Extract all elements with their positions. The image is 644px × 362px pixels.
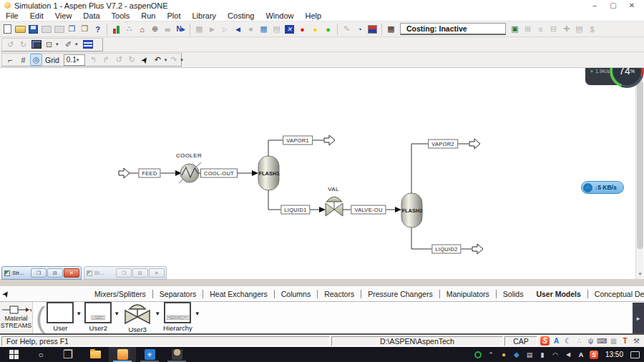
stream-label-vapor2[interactable]: VAPOR2 — [428, 140, 458, 149]
step-icon[interactable]: ▷ — [219, 23, 231, 35]
handwriting-icon[interactable]: ▦ — [609, 336, 618, 346]
mdi-close-icon[interactable]: ✕ — [64, 268, 79, 278]
menu-run[interactable]: Run — [135, 11, 161, 20]
microphone-icon[interactable]: ψ — [586, 336, 595, 346]
user-model-icon[interactable] — [47, 302, 74, 323]
night-mode-icon[interactable]: ☾ — [563, 336, 572, 346]
costing-status-field[interactable]: Costing: Inactive — [400, 23, 506, 35]
menu-help[interactable]: Help — [300, 11, 328, 20]
toolbox-icon[interactable]: ⚒ — [632, 336, 641, 346]
menu-view[interactable]: View — [49, 11, 78, 20]
keyboard-icon[interactable]: ⌨ — [597, 336, 607, 346]
tab-conceptual-design[interactable]: Conceptual Design — [588, 290, 644, 298]
vapor1-outlet-arrow[interactable] — [324, 135, 335, 145]
user3-valve-icon[interactable] — [122, 302, 152, 325]
grid-size-caret-icon[interactable]: ▾ — [77, 57, 82, 63]
stream-label-liquid1[interactable]: LIQUID1 — [280, 205, 310, 215]
block-label-flash2[interactable]: FLASH2 — [401, 207, 422, 214]
search-button[interactable]: ○ — [27, 347, 54, 362]
tab-solids[interactable]: Solids — [497, 290, 530, 298]
tab-user-models[interactable]: User Models — [530, 290, 587, 298]
stream-label-feed[interactable]: FEED — [138, 169, 160, 178]
next-input-icon[interactable]: N▸ — [175, 23, 187, 35]
download-rate-badge[interactable]: ∴ ↓5 KB/s — [581, 181, 624, 194]
aspen-logo-icon[interactable] — [366, 23, 379, 35]
library-select-pointer-icon[interactable]: ➤ — [2, 288, 9, 300]
taskbar-app-other[interactable] — [163, 347, 190, 362]
minimized-window-streams[interactable]: Str... ❐ ⊟ ✕ — [1, 266, 82, 280]
minimized-window-blocks[interactable]: Bl... ❐ ⊟ ✕ — [84, 266, 167, 280]
snap-to-grid-icon[interactable]: ◎ — [30, 54, 42, 66]
menu-tools[interactable]: Tools — [106, 11, 136, 20]
input-language-icon[interactable]: A — [552, 336, 561, 346]
tab-heat-exchangers[interactable]: Heat Exchangers — [203, 290, 274, 298]
palette-scroll-right-icon[interactable]: ▸ — [633, 303, 644, 333]
mdi-restore-icon[interactable]: ❐ — [31, 268, 47, 278]
hidden-icons-chevron-icon[interactable]: ⌃ — [487, 351, 495, 359]
minimize-button[interactable]: – — [585, 1, 604, 10]
material-streams-selector[interactable]: ▾ Material STREAMS — [0, 302, 33, 333]
mdi-restore-icon[interactable]: ❐ — [116, 268, 132, 278]
menu-plot[interactable]: Plot — [161, 11, 186, 20]
timer-icon[interactable]: ◔ — [353, 23, 366, 35]
shape-picker-icon[interactable]: ⊡ — [43, 39, 55, 51]
canvas-vertical-scrollbar[interactable]: ▾ — [635, 68, 643, 279]
results-table-icon[interactable]: ▦ — [258, 23, 270, 35]
costing-scenario-icon[interactable]: ⊟ — [547, 23, 560, 35]
route-up-icon[interactable]: ↰ — [87, 54, 99, 66]
menu-edit[interactable]: Edit — [24, 11, 49, 20]
model-user2[interactable]: USER2 User2 ▼ — [84, 302, 121, 332]
tab-pressure-changers[interactable]: Pressure Changers — [361, 290, 439, 298]
print-icon[interactable] — [40, 23, 52, 35]
menu-library[interactable]: Library — [186, 11, 222, 20]
menu-file[interactable]: File — [0, 11, 24, 20]
tab-reactors[interactable]: Reactors — [318, 290, 361, 298]
taskbar-clock[interactable]: 13:50 — [602, 351, 626, 358]
open-icon[interactable] — [14, 23, 26, 35]
file-explorer-button[interactable] — [82, 347, 109, 362]
print-preview-icon[interactable] — [53, 23, 65, 35]
rotate-right-icon[interactable]: ↻ — [17, 39, 29, 51]
block-label-cooler[interactable]: COOLER — [176, 152, 202, 159]
save-icon[interactable] — [27, 23, 39, 35]
costing-report-icon[interactable]: ▤ — [573, 23, 585, 35]
shape-picker-caret-icon[interactable]: ▾ — [56, 41, 62, 47]
redo-icon[interactable]: ↷ — [167, 54, 180, 66]
volume-icon[interactable]: ◀ — [564, 351, 572, 359]
plot-wizard-icon[interactable] — [110, 23, 122, 35]
model-user3[interactable]: User3 ▼ — [122, 302, 162, 333]
block-label-val[interactable]: VAL — [328, 186, 339, 192]
reroute-icon[interactable]: ↺ — [113, 54, 125, 66]
stream-label-coolout[interactable]: COOL-OUT — [200, 169, 238, 178]
paste-icon[interactable]: ❒ — [79, 23, 91, 35]
costing-currency-icon[interactable]: $ — [586, 23, 598, 35]
render-mode-icon[interactable] — [30, 39, 42, 51]
close-button[interactable]: ✕ — [623, 1, 641, 10]
stream-label-vapor1[interactable]: VAPOR1 — [283, 136, 313, 145]
menu-window[interactable]: Window — [260, 11, 299, 20]
hierarchy-dropdown-icon[interactable]: ▼ — [195, 310, 200, 317]
hierarchy-model-icon[interactable]: HIERARCHY — [164, 302, 191, 323]
block-label-flash1[interactable]: FLASH1 — [258, 170, 279, 177]
stream-vapor2-line[interactable] — [411, 144, 469, 193]
tab-columns[interactable]: Columns — [275, 290, 317, 298]
new-icon[interactable] — [1, 23, 14, 35]
control-panel-icon[interactable]: ✕ — [283, 23, 296, 35]
stop-icon[interactable]: ■ — [245, 23, 257, 35]
grid-size-select[interactable]: 0.1 ▾ — [64, 54, 85, 66]
reinitialize-icon[interactable]: ◀ — [232, 23, 244, 35]
select-pointer-icon[interactable]: ➤ — [139, 54, 151, 66]
model-user[interactable]: User ▼ — [47, 302, 83, 332]
mdi-minimize-icon[interactable]: ⊟ — [47, 268, 63, 278]
costing-evaluate-icon[interactable]: ⊞ — [522, 23, 534, 35]
safety-ring-icon[interactable] — [474, 351, 482, 359]
zoom-icon[interactable]: ⊕ — [149, 23, 161, 35]
view-glasses-icon[interactable]: ∞ — [162, 23, 174, 35]
task-view-button[interactable]: ❐ — [54, 347, 82, 362]
annotation-icon[interactable]: ✎ — [341, 23, 353, 35]
sogou-tray-icon[interactable]: S — [590, 351, 598, 359]
data-browser-tree-icon[interactable]: ∴ — [123, 23, 135, 35]
cooler-block[interactable] — [179, 162, 201, 183]
menu-data[interactable]: Data — [77, 11, 105, 20]
sogou-logo-icon[interactable]: S — [540, 336, 550, 346]
